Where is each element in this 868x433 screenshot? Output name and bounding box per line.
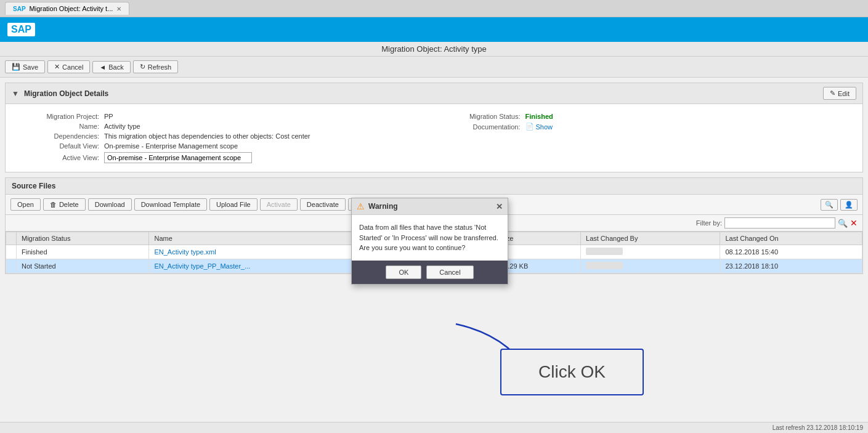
click-ok-text: Click OK <box>538 362 606 381</box>
modal-close-button[interactable]: ✕ <box>496 202 503 211</box>
browser-bar: SAP Migration Object: Activity t... ✕ <box>0 0 868 17</box>
cancel-icon: ✕ <box>54 63 60 71</box>
page-title: Migration Object: Activity type <box>381 44 487 54</box>
modal-titlebar: ⚠ Warning ✕ <box>352 198 508 215</box>
sap-header: SAP <box>0 17 868 42</box>
save-icon: 💾 <box>12 63 20 71</box>
refresh-button[interactable]: ↻ Refresh <box>133 60 179 73</box>
browser-tab[interactable]: SAP Migration Object: Activity t... ✕ <box>5 2 129 15</box>
tab-title: Migration Object: Activity t... <box>30 5 113 12</box>
sap-logo: SAP <box>7 23 35 36</box>
tab-close-button[interactable]: ✕ <box>116 6 121 12</box>
main-toolbar: 💾 Save ✕ Cancel ◄ Back ↻ Refresh <box>0 57 868 78</box>
last-refresh-text: Last refresh 23.12.2018 18:10:19 <box>773 424 863 431</box>
status-bar: Last refresh 23.12.2018 18:10:19 <box>0 422 868 433</box>
app-container: SAP Migration Object: Activity type 💾 Sa… <box>0 17 868 433</box>
save-button[interactable]: 💾 Save <box>5 60 45 73</box>
click-ok-annotation: Click OK <box>500 349 644 395</box>
back-button[interactable]: ◄ Back <box>92 61 130 73</box>
modal-footer: OK Cancel <box>352 261 508 284</box>
refresh-icon: ↻ <box>140 63 145 71</box>
warning-icon: ⚠ <box>357 201 365 211</box>
tab-favicon: SAP <box>13 6 26 12</box>
page-title-bar: Migration Object: Activity type <box>0 42 868 57</box>
modal-overlay: ⚠ Warning ✕ Data from all files that hav… <box>0 78 868 422</box>
modal-message: Data from all files that have the status… <box>359 224 498 251</box>
click-ok-box: Click OK <box>500 349 644 395</box>
modal-cancel-button[interactable]: Cancel <box>426 265 473 279</box>
warning-dialog: ⚠ Warning ✕ Data from all files that hav… <box>351 198 508 285</box>
cancel-button[interactable]: ✕ Cancel <box>47 60 90 73</box>
content-area: ▼ Migration Object Details ✎ Edit Migrat… <box>0 78 868 422</box>
modal-body: Data from all files that have the status… <box>352 215 508 261</box>
back-icon: ◄ <box>99 63 106 71</box>
modal-title: Warning <box>368 202 492 211</box>
ok-button[interactable]: OK <box>386 265 421 279</box>
